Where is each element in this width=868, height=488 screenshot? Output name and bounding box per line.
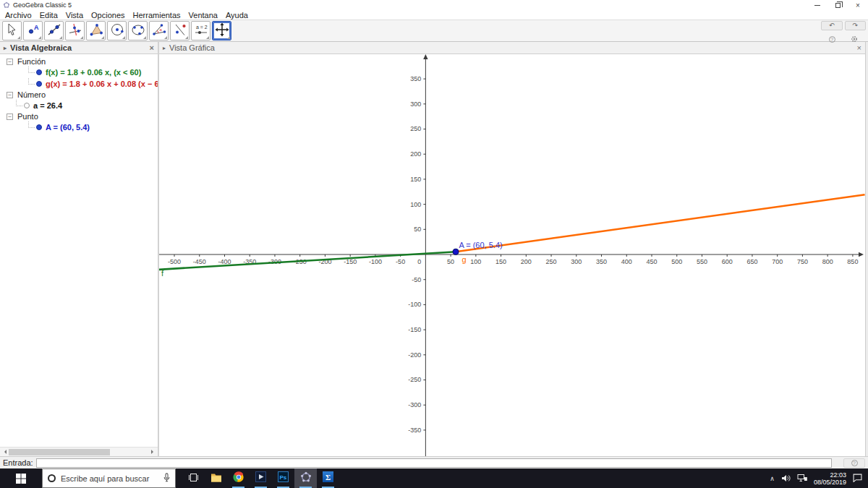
input-history-spinner[interactable] [835,458,840,468]
tool-circle-button[interactable] [107,21,127,40]
tray-clock[interactable]: 22:03 08/05/2019 [814,471,846,486]
tool-slider-button[interactable]: a = 2 [191,21,210,40]
tool-dropdown-caret[interactable] [80,36,83,39]
tool-dropdown-caret[interactable] [143,36,146,39]
menu-ayuda[interactable]: Ayuda [226,11,253,20]
algebra-item[interactable]: A = (60, 5.4) [0,121,158,133]
start-button[interactable] [0,468,42,488]
close-button[interactable]: × [848,0,868,10]
svg-text:700: 700 [772,258,783,265]
curve-g[interactable] [456,194,864,252]
scrollbar-thumb[interactable] [9,449,110,455]
taskbar-search-input[interactable] [61,474,158,483]
object-visibility-dot[interactable] [36,69,42,75]
algebra-item-text: f(x) = 1.8 + 0.06 x, (x < 60) [46,68,141,77]
title-bar: GeoGebra Classic 5 × [0,0,868,10]
gear-icon[interactable] [851,33,858,46]
svg-text:100: 100 [410,201,421,208]
input-help-button[interactable]: ? [843,458,865,468]
menu-vista[interactable]: Vista [66,11,88,20]
algebra-item[interactable]: a = 26.4 [0,100,158,111]
algebra-close-icon[interactable]: × [150,44,154,51]
windows-taskbar: PsΣ ∧ 22:03 08/05/2019 [0,468,868,488]
tool-move-view-button[interactable] [212,21,231,40]
collapse-icon[interactable]: − [7,114,13,120]
menu-herramientas[interactable]: Herramientas [133,11,186,20]
svg-text:200: 200 [521,258,532,265]
taskbar-app-task-view[interactable] [182,468,205,488]
object-visibility-dot[interactable] [36,124,42,130]
network-icon[interactable] [797,472,807,485]
undo-button[interactable]: ↶ [821,21,843,30]
tool-dropdown-caret[interactable] [122,36,125,39]
menu-opciones[interactable]: Opciones [91,11,129,20]
object-visibility-dot[interactable] [36,81,42,87]
menu-archivo[interactable]: Archivo [5,11,37,20]
taskbar-search-box[interactable] [42,468,176,488]
point-A[interactable] [453,249,459,254]
tool-dropdown-caret[interactable] [17,36,20,39]
tool-perpendicular-button[interactable] [65,21,85,40]
minimize-button[interactable] [807,0,827,10]
algebra-group-label: Función [17,57,46,66]
graphics-view-title: Vista Gráfica [169,43,215,52]
tray-chevron-icon[interactable]: ∧ [770,475,775,482]
svg-text:600: 600 [722,258,733,265]
restore-button[interactable] [827,0,848,10]
input-label: Entrada: [3,458,33,467]
tool-dropdown-caret[interactable] [227,36,230,39]
tree-guide [28,78,35,85]
svg-text:-100: -100 [369,258,382,265]
scroll-left-icon[interactable] [2,450,7,454]
chrome-icon [233,471,244,486]
help-icon[interactable]: ? [829,36,835,43]
scroll-right-icon[interactable] [151,450,156,454]
microphone-icon[interactable] [163,472,170,485]
algebra-item[interactable]: g(x) = 1.8 + 0.06 x + 0.08 (x − 60), [0,78,158,90]
object-visibility-dot[interactable] [24,103,30,108]
action-center-icon[interactable] [853,472,862,485]
tool-move-button[interactable] [2,21,22,40]
taskbar-app-movies-tv[interactable] [250,468,272,488]
svg-text:800: 800 [822,258,833,265]
tool-dropdown-caret[interactable] [206,36,209,39]
tool-point-button[interactable]: A [23,21,43,40]
taskbar-app-geogebra[interactable] [294,468,317,488]
sigma-icon: Σ [323,471,333,485]
redo-button[interactable]: ↷ [845,21,867,30]
speaker-icon[interactable] [781,472,791,485]
menu-ventana[interactable]: Ventana [189,11,223,20]
taskbar-app-sigma[interactable]: Σ [317,468,339,488]
algebra-input-field[interactable] [36,458,832,468]
collapse-icon[interactable]: − [7,92,13,98]
algebra-item[interactable]: f(x) = 1.8 + 0.06 x, (x < 60) [0,67,158,78]
tool-dropdown-caret[interactable] [101,36,104,39]
window-title: GeoGebra Classic 5 [13,1,72,9]
algebra-view-title: Vista Algebraica [10,43,72,52]
tool-dropdown-caret[interactable] [59,36,62,39]
algebra-view-header: ▸ Vista Algebraica × [0,42,158,54]
menu-edita[interactable]: Edita [40,11,63,20]
collapse-icon[interactable]: − [7,59,13,65]
tool-line-button[interactable] [44,21,64,40]
panel-arrow-icon[interactable]: ▸ [163,45,166,51]
taskbar-app-file-explorer[interactable] [205,468,227,488]
taskbar-app-chrome[interactable] [227,468,250,488]
algebra-group: −Número [0,90,158,100]
tool-dropdown-caret[interactable] [164,36,167,39]
graph-svg[interactable]: -500-450-400-350-300-250-200-150-100-505… [159,54,865,456]
algebra-horizontal-scrollbar[interactable] [0,447,158,456]
panel-arrow-icon[interactable]: ▸ [4,45,7,51]
tree-guide [16,100,22,106]
svg-text:200: 200 [410,150,421,158]
svg-text:-150: -150 [408,326,421,333]
tool-angle-button[interactable]: a [149,21,169,40]
svg-text:-250: -250 [408,377,421,384]
tool-transform-button[interactable] [170,21,190,40]
taskbar-app-photoshop[interactable]: Ps [272,468,294,488]
tool-polygon-button[interactable] [86,21,106,40]
tool-conic-button[interactable] [128,21,148,40]
tool-dropdown-caret[interactable] [185,36,188,39]
tool-dropdown-caret[interactable] [38,36,41,39]
graphics-canvas[interactable]: -500-450-400-350-300-250-200-150-100-505… [159,54,865,456]
